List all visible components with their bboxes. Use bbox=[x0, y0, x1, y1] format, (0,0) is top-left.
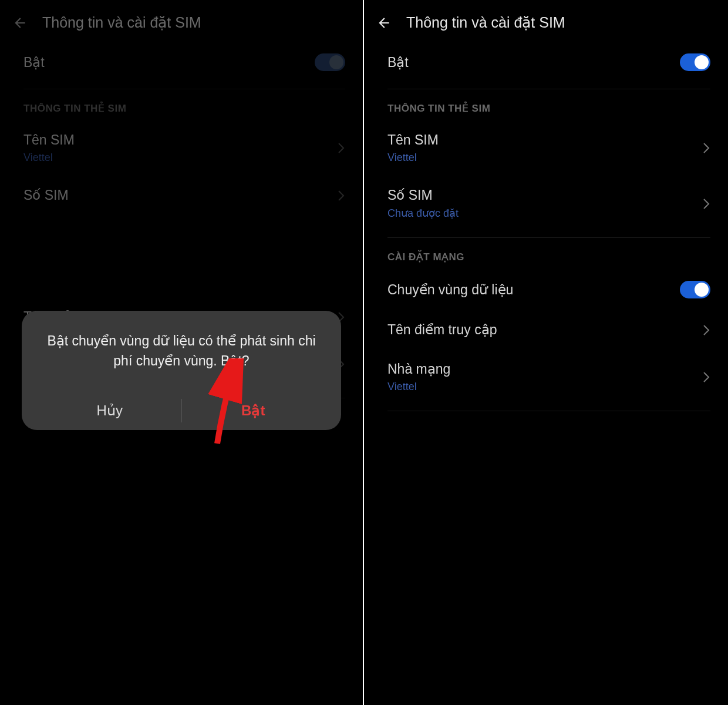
chevron-right-icon bbox=[337, 141, 345, 155]
carrier-value: Viettel bbox=[387, 381, 702, 393]
roaming-label: Chuyển vùng dữ liệu bbox=[387, 282, 513, 298]
enable-toggle[interactable] bbox=[680, 53, 710, 71]
apn-label: Tên điểm truy cập bbox=[387, 322, 702, 338]
sim-number-value: Chưa được đặt bbox=[387, 207, 702, 220]
sim-name-label: Tên SIM bbox=[23, 132, 337, 148]
divider bbox=[387, 411, 710, 411]
page-title: Thông tin và cài đặt SIM bbox=[42, 14, 201, 31]
sim-name-label: Tên SIM bbox=[387, 132, 702, 148]
section-sim-info: THÔNG TIN THẺ SIM bbox=[364, 89, 728, 120]
arrow-left-icon bbox=[12, 15, 28, 31]
enable-label: Bật bbox=[23, 55, 45, 70]
chevron-right-icon bbox=[702, 197, 710, 211]
header: Thông tin và cài đặt SIM bbox=[0, 0, 363, 42]
cancel-button[interactable]: Hủy bbox=[38, 391, 181, 430]
chevron-right-icon bbox=[702, 141, 710, 155]
sim-name-row[interactable]: Tên SIM Viettel bbox=[0, 120, 363, 176]
sim-name-value: Viettel bbox=[23, 152, 337, 164]
carrier-row[interactable]: Nhà mạng Viettel bbox=[364, 350, 728, 405]
chevron-right-icon bbox=[702, 370, 710, 384]
dialog-message: Bật chuyển vùng dữ liệu có thể phát sinh… bbox=[38, 331, 325, 371]
enable-row: Bật bbox=[0, 42, 363, 83]
carrier-label: Nhà mạng bbox=[387, 361, 702, 377]
sim-number-label: Số SIM bbox=[23, 187, 337, 203]
section-network: CÀI ĐẶT MẠNG bbox=[364, 238, 728, 269]
sim-name-value: Viettel bbox=[387, 152, 702, 164]
roaming-toggle[interactable] bbox=[680, 281, 710, 298]
sim-number-label: Số SIM bbox=[387, 187, 702, 203]
sim-name-row[interactable]: Tên SIM Viettel bbox=[364, 120, 728, 176]
enable-row: Bật bbox=[364, 42, 728, 83]
dialog-actions: Hủy Bật bbox=[38, 391, 325, 430]
chevron-right-icon bbox=[337, 189, 345, 203]
back-button[interactable] bbox=[12, 15, 28, 31]
header: Thông tin và cài đặt SIM bbox=[364, 0, 728, 42]
enable-toggle[interactable] bbox=[315, 53, 345, 71]
enable-label: Bật bbox=[387, 55, 409, 70]
confirm-button[interactable]: Bật bbox=[182, 391, 325, 430]
apn-row[interactable]: Tên điểm truy cập bbox=[364, 310, 728, 350]
roaming-confirm-dialog: Bật chuyển vùng dữ liệu có thể phát sinh… bbox=[22, 311, 341, 430]
sim-number-row[interactable]: Số SIM bbox=[0, 176, 363, 215]
screen-right-result: Thông tin và cài đặt SIM Bật THÔNG TIN T… bbox=[364, 0, 728, 705]
screen-left-dialog: Thông tin và cài đặt SIM Bật THÔNG TIN T… bbox=[0, 0, 364, 705]
back-button[interactable] bbox=[376, 15, 392, 31]
section-sim-info: THÔNG TIN THẺ SIM bbox=[0, 89, 363, 120]
chevron-right-icon bbox=[702, 323, 710, 337]
arrow-left-icon bbox=[376, 15, 392, 31]
sim-number-row[interactable]: Số SIM Chưa được đặt bbox=[364, 176, 728, 231]
page-title: Thông tin và cài đặt SIM bbox=[406, 14, 565, 31]
roaming-row: Chuyển vùng dữ liệu bbox=[364, 269, 728, 310]
